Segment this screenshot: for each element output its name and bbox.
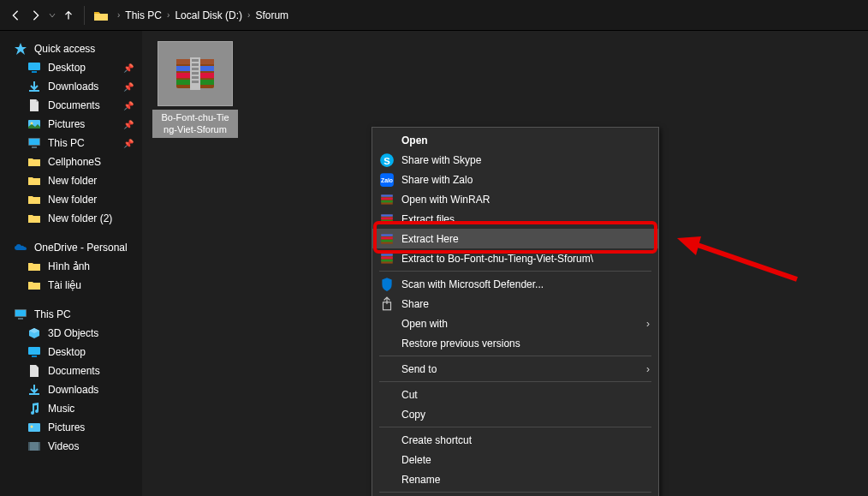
sidebar-downloads[interactable]: Downloads [0, 380, 142, 399]
winrar-icon [379, 251, 395, 266]
ctx-label: Open [401, 134, 650, 146]
sidebar-label: Videos [48, 440, 79, 452]
ctx-extract-here[interactable]: Extract Here [372, 229, 658, 248]
desktop-icon [27, 345, 41, 359]
sidebar-downloads[interactable]: Downloads 📌 [0, 77, 142, 96]
folder-icon [27, 260, 41, 273]
cube-icon [27, 326, 41, 340]
zalo-icon: Zalo [379, 172, 395, 188]
breadcrumb-item[interactable]: This PC [123, 9, 163, 21]
content-area[interactable]: Bo-Font-chu-Tie ng-Viet-Sforum Open SSha… [142, 31, 868, 496]
ctx-extract-files[interactable]: Extract files... [372, 209, 658, 229]
sidebar-folder[interactable]: New folder [0, 190, 142, 209]
ctx-share-zalo[interactable]: ZaloShare with Zalo [372, 170, 658, 189]
documents-icon [27, 99, 41, 112]
folder-icon [27, 174, 41, 188]
ctx-restore[interactable]: Restore previous versions [372, 333, 658, 353]
sidebar-thispc[interactable]: This PC 📌 [0, 134, 142, 152]
sidebar-folder[interactable]: Hình ảnh [0, 257, 142, 276]
breadcrumb[interactable]: › This PC › Local Disk (D:) › Sforum [114, 6, 863, 25]
ctx-label: Share [401, 298, 650, 310]
svg-rect-37 [381, 197, 393, 199]
skype-icon: S [379, 152, 395, 168]
sidebar-3dobjects[interactable]: 3D Objects [0, 324, 142, 343]
ctx-label: Create shortcut [401, 434, 650, 446]
sidebar-label: Documents [48, 365, 100, 377]
up-button[interactable] [58, 5, 79, 26]
history-dropdown[interactable] [46, 12, 58, 19]
svg-point-15 [31, 426, 33, 428]
ctx-extract-to[interactable]: Extract to Bo-Font-chu-Tieng-Viet-Sforum… [372, 248, 658, 268]
sidebar-documents[interactable]: Documents [0, 362, 142, 380]
sidebar-label: Desktop [48, 62, 86, 74]
sidebar-onedrive[interactable]: OneDrive - Personal [0, 238, 142, 257]
back-button[interactable] [5, 5, 26, 26]
pin-icon: 📌 [123, 120, 134, 129]
file-item[interactable]: Bo-Font-chu-Tie ng-Viet-Sforum [152, 41, 238, 138]
sidebar-label: Music [48, 403, 74, 415]
ctx-delete[interactable]: Delete [372, 450, 658, 469]
main-area: Quick access Desktop 📌 Downloads 📌 Docum… [0, 31, 868, 496]
sidebar-pictures[interactable]: Pictures [0, 418, 142, 437]
breadcrumb-item[interactable]: Local Disk (D:) [173, 9, 244, 21]
svg-text:S: S [383, 155, 390, 165]
svg-rect-2 [29, 90, 39, 92]
ctx-label: Cut [401, 389, 650, 401]
sidebar-label: Downloads [48, 384, 98, 396]
sidebar-label: Quick access [34, 43, 95, 55]
sidebar-documents[interactable]: Documents 📌 [0, 96, 142, 115]
svg-rect-9 [15, 310, 26, 316]
ctx-rename[interactable]: Rename [372, 469, 658, 489]
sidebar-folder[interactable]: New folder [0, 171, 142, 190]
desktop-icon [27, 61, 41, 75]
svg-rect-38 [381, 200, 393, 202]
file-name: Bo-Font-chu-Tie ng-Viet-Sforum [152, 110, 238, 138]
ctx-separator [379, 356, 651, 356]
sidebar-thispc[interactable]: This PC [0, 305, 142, 324]
svg-rect-1 [32, 71, 37, 73]
sidebar-music[interactable]: Music [0, 399, 142, 418]
nav-bar: › This PC › Local Disk (D:) › Sforum [0, 0, 868, 31]
svg-rect-29 [192, 76, 199, 79]
ctx-send-to[interactable]: Send to› [372, 359, 658, 379]
sidebar-desktop[interactable]: Desktop 📌 [0, 58, 142, 77]
pictures-icon [27, 117, 41, 131]
ctx-cut[interactable]: Cut [372, 385, 658, 404]
ctx-open-winrar[interactable]: Open with WinRAR [372, 189, 658, 209]
address-folder-icon [93, 9, 109, 21]
breadcrumb-item[interactable]: Sforum [253, 9, 290, 21]
ctx-scan-defender[interactable]: Scan with Microsoft Defender... [372, 274, 658, 294]
sidebar-label: Downloads [48, 81, 98, 93]
svg-line-52 [693, 243, 797, 279]
sidebar-label: Pictures [48, 118, 85, 130]
ctx-share-skype[interactable]: SShare with Skype [372, 150, 658, 170]
forward-button[interactable] [26, 5, 46, 26]
sidebar-label: New folder [48, 175, 97, 187]
ctx-open-with[interactable]: Open with› [372, 314, 658, 333]
pc-icon [14, 308, 27, 321]
svg-rect-41 [381, 217, 393, 218]
ctx-create-shortcut[interactable]: Create shortcut [372, 430, 658, 450]
sidebar-folder[interactable]: Tài liệu [0, 276, 142, 295]
sidebar-folder[interactable]: New folder (2) [0, 209, 142, 228]
svg-rect-42 [381, 220, 393, 222]
svg-rect-36 [381, 194, 393, 196]
sidebar-label: This PC [48, 137, 85, 149]
ctx-share[interactable]: Share [372, 294, 658, 314]
ctx-separator [379, 427, 651, 427]
sidebar-quickaccess[interactable]: Quick access [0, 39, 142, 58]
sidebar-desktop[interactable]: Desktop [0, 343, 142, 362]
winrar-icon [379, 212, 395, 227]
sidebar-folder[interactable]: CellphoneS [0, 152, 142, 171]
ctx-separator [379, 381, 651, 382]
context-menu: Open SShare with Skype ZaloShare with Za… [372, 127, 659, 496]
sidebar-videos[interactable]: Videos [0, 437, 142, 456]
ctx-label: Rename [401, 474, 650, 486]
ctx-label: Extract Here [401, 233, 650, 245]
ctx-copy[interactable]: Copy [372, 404, 658, 424]
ctx-open[interactable]: Open [372, 130, 658, 150]
sidebar-label: This PC [34, 308, 71, 320]
chevron-right-icon: › [247, 10, 250, 20]
sidebar-pictures[interactable]: Pictures 📌 [0, 115, 142, 134]
ctx-separator [379, 271, 651, 272]
